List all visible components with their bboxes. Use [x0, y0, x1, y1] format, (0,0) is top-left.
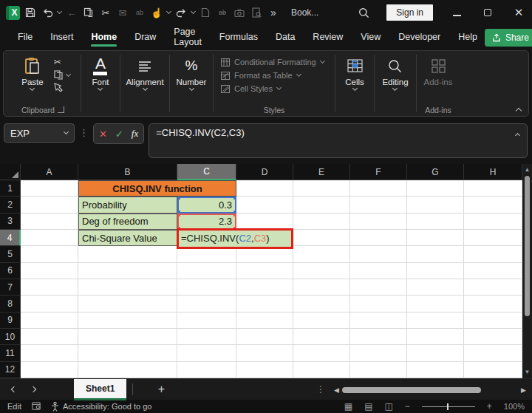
cell-h12[interactable] [464, 362, 522, 378]
cell-a11[interactable] [21, 345, 78, 361]
cell-e10[interactable] [293, 329, 350, 345]
cell-e2[interactable] [293, 197, 350, 213]
font-button[interactable]: A Font [86, 56, 115, 90]
cell-a4[interactable] [21, 230, 78, 246]
cell-f11[interactable] [350, 345, 407, 361]
cancel-icon[interactable]: ✕ [99, 129, 107, 140]
next-sheet-icon[interactable] [24, 387, 43, 392]
search-icon[interactable] [357, 6, 370, 19]
cell-h7[interactable] [464, 279, 522, 296]
scroll-left-icon[interactable]: ◀ [334, 386, 339, 394]
cell-e8[interactable] [293, 296, 350, 312]
row-header-4[interactable]: 4 [0, 230, 21, 246]
column-header-b[interactable]: B [78, 164, 177, 180]
column-header-e[interactable]: E [293, 164, 350, 180]
name-box[interactable]: EXP [4, 123, 75, 143]
cell-b12[interactable] [78, 362, 177, 378]
cell-f10[interactable] [350, 329, 407, 345]
tab-help[interactable]: Help [451, 27, 485, 48]
cell-g8[interactable] [407, 296, 464, 312]
cell-b9[interactable] [78, 313, 177, 329]
cut-button[interactable]: ✂ [54, 57, 70, 67]
cell-g11[interactable] [407, 345, 464, 361]
cell-g7[interactable] [407, 279, 464, 296]
cell-g6[interactable] [407, 263, 464, 279]
row-header-1[interactable]: 1 [0, 180, 21, 197]
cell-e1[interactable] [293, 180, 350, 197]
tab-data[interactable]: Data [268, 27, 302, 48]
macro-record-icon[interactable] [32, 402, 41, 412]
cell-b2[interactable]: Probability [78, 197, 177, 213]
conditional-formatting-button[interactable]: Conditional Formatting [221, 58, 335, 66]
cell-a2[interactable] [21, 197, 78, 213]
tab-draw[interactable]: Draw [127, 27, 163, 48]
horizontal-scroll-thumb[interactable] [342, 387, 481, 393]
cell-g5[interactable] [407, 246, 464, 262]
cell-a5[interactable] [21, 246, 78, 262]
cell-d12[interactable] [236, 362, 293, 378]
add-sheet-button[interactable]: + [154, 383, 168, 396]
minimize-button[interactable] [449, 7, 464, 18]
tab-review[interactable]: Review [305, 27, 350, 48]
cell-a3[interactable] [21, 214, 78, 230]
expand-formula-bar-icon[interactable] [515, 133, 520, 138]
cell-c8[interactable] [177, 296, 236, 312]
redo-dropdown-icon[interactable] [191, 9, 196, 14]
cell-c4[interactable]: =CHISQ.INV(C2,C3) [177, 230, 236, 246]
cell-a1[interactable] [21, 180, 78, 197]
column-header-d[interactable]: D [236, 164, 293, 180]
cell-b6[interactable] [78, 263, 177, 279]
cut-icon[interactable]: ✂ [99, 6, 112, 19]
cell-h4[interactable] [464, 230, 522, 246]
cells-button[interactable]: Cells [339, 56, 370, 90]
cell-g4[interactable] [407, 230, 464, 246]
undo-dropdown-icon[interactable] [57, 9, 62, 14]
format-painter-button[interactable] [54, 83, 70, 92]
name-box-dropdown-icon[interactable] [64, 129, 69, 134]
cell-g1[interactable] [407, 180, 464, 197]
cell-g10[interactable] [407, 329, 464, 345]
copy-button[interactable] [54, 70, 70, 80]
cell-d6[interactable] [236, 263, 293, 279]
scroll-right-icon[interactable]: ▶ [521, 386, 526, 394]
row-header-10[interactable]: 10 [0, 329, 21, 345]
cell-f7[interactable] [350, 279, 407, 296]
row-header-7[interactable]: 7 [0, 279, 21, 296]
cell-styles-button[interactable]: Cell Styles [221, 84, 335, 93]
tab-home[interactable]: Home [83, 27, 124, 48]
vertical-scroll-thumb[interactable] [525, 176, 530, 316]
cell-c9[interactable] [177, 313, 236, 329]
cell-d2[interactable] [236, 197, 293, 213]
cell-c2[interactable]: 0.3 [177, 197, 236, 213]
cell-d11[interactable] [236, 345, 293, 361]
clipboard-dialog-launcher-icon[interactable] [58, 106, 64, 113]
row-header-11[interactable]: 11 [0, 345, 21, 361]
cell-c7[interactable] [177, 279, 236, 296]
cell-b5[interactable] [78, 246, 177, 262]
format-as-table-button[interactable]: Format as Table [221, 71, 335, 80]
cell-b11[interactable] [78, 345, 177, 361]
cell-h1[interactable] [464, 180, 522, 197]
cell-c4-edit-overlay[interactable]: =CHISQ.INV(C2,C3) [177, 228, 293, 249]
cell-f12[interactable] [350, 362, 407, 378]
maximize-button[interactable] [480, 7, 495, 18]
signin-button[interactable]: Sign in [386, 4, 433, 21]
accessibility-status[interactable]: Accessibility: Good to go [51, 402, 151, 412]
cell-e11[interactable] [293, 345, 350, 361]
cell-e5[interactable] [293, 246, 350, 262]
column-header-f[interactable]: F [350, 164, 407, 180]
cell-d7[interactable] [236, 279, 293, 296]
cell-h10[interactable] [464, 329, 522, 345]
tab-view[interactable]: View [353, 27, 388, 48]
paste-button[interactable]: Paste [16, 56, 49, 90]
cell-h3[interactable] [464, 214, 522, 230]
cell-d1[interactable] [236, 180, 293, 197]
cell-b4[interactable]: Chi-Square Value [78, 230, 177, 246]
row-header-5[interactable]: 5 [0, 246, 21, 262]
zoom-out-button[interactable]: − [405, 401, 410, 412]
cell-e7[interactable] [293, 279, 350, 296]
cell-b1[interactable]: CHISQ.INV function [78, 180, 236, 197]
touch-mode-icon[interactable]: ☝ [150, 6, 163, 19]
column-header-a[interactable]: A [21, 164, 78, 180]
cell-g12[interactable] [407, 362, 464, 378]
